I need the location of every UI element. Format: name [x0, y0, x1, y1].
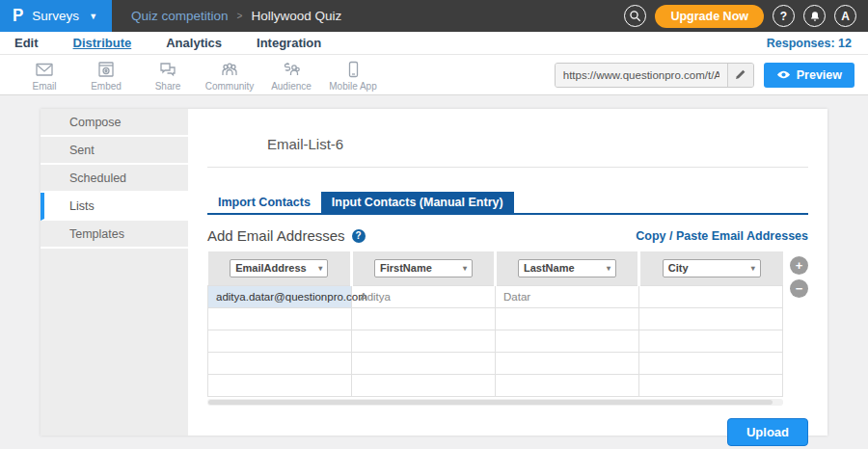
cell-email[interactable]: aditya.datar@questionpro.com	[208, 285, 352, 307]
distribute-toolbar: Email Embed Share Community Audience	[0, 55, 868, 95]
column-select-city[interactable]: City ▾	[663, 259, 761, 277]
sidebar-item-compose[interactable]: Compose	[41, 109, 188, 137]
nav-item-edit[interactable]: Edit	[14, 36, 39, 50]
community-icon	[219, 59, 240, 80]
contact-row	[208, 330, 783, 352]
survey-url-input[interactable]	[556, 64, 727, 87]
upload-row: Upload	[207, 418, 808, 446]
upgrade-now-button[interactable]: Upgrade Now	[655, 5, 764, 28]
cell-firstname[interactable]	[352, 374, 496, 396]
toolbar-item-audience[interactable]: Audience	[260, 59, 322, 92]
survey-nav: Edit Distribute Analytics Integration Re…	[0, 32, 868, 55]
sidebar-item-scheduled[interactable]: Scheduled	[41, 165, 188, 193]
breadcrumb-separator-icon: >	[237, 11, 243, 21]
copy-paste-emails-link[interactable]: Copy / Paste Email Addresses	[636, 229, 808, 243]
embed-icon	[95, 59, 117, 80]
cell-lastname[interactable]: Datar	[496, 285, 639, 307]
email-icon	[34, 59, 55, 80]
contact-row	[208, 352, 783, 374]
breadcrumb: Quiz competition > Hollywood Quiz	[112, 0, 624, 32]
header-actions: Upgrade Now ? A	[624, 0, 868, 32]
column-select-lastname[interactable]: LastName ▾	[518, 259, 616, 277]
responses-count: Responses: 12	[767, 37, 852, 50]
upload-button[interactable]: Upload	[727, 418, 808, 446]
preview-button-label: Preview	[797, 68, 842, 82]
cell-email[interactable]	[208, 330, 352, 352]
title-divider	[207, 167, 808, 168]
toolbar-item-label: Share	[155, 81, 181, 92]
nav-item-integration[interactable]: Integration	[257, 36, 321, 50]
tab-import-contacts[interactable]: Import Contacts	[207, 192, 321, 213]
cell-city[interactable]	[639, 307, 783, 330]
surveys-menu-label: Surveys	[32, 9, 79, 23]
cell-email[interactable]	[208, 374, 352, 396]
help-button[interactable]: ?	[773, 5, 795, 27]
column-select-firstname[interactable]: FirstName ▾	[374, 259, 473, 277]
toolbar-item-label: Community	[205, 81, 255, 92]
column-select-email[interactable]: EmailAddress ▾	[230, 259, 328, 277]
cell-firstname[interactable]	[352, 330, 496, 352]
add-row-button[interactable]: +	[790, 256, 808, 275]
contact-row: aditya.datar@questionpro.com Aditya Data…	[208, 285, 783, 307]
audience-icon	[281, 59, 302, 80]
cell-lastname[interactable]	[496, 330, 639, 352]
column-select-label: FirstName	[380, 262, 432, 274]
cell-email[interactable]	[208, 352, 352, 374]
toolbar-item-community[interactable]: Community	[199, 59, 260, 92]
scrollbar-thumb[interactable]	[208, 400, 773, 405]
help-icon[interactable]: ?	[352, 229, 366, 243]
column-select-label: LastName	[524, 262, 575, 274]
tab-input-contacts-manual[interactable]: Input Contacts (Manual Entry)	[321, 192, 514, 213]
sidebar-item-sent[interactable]: Sent	[41, 137, 188, 165]
cell-city[interactable]	[639, 352, 783, 374]
questionpro-logo-icon: P	[13, 6, 23, 26]
chevron-down-icon: ▾	[318, 264, 322, 273]
horizontal-scrollbar[interactable]	[207, 399, 783, 406]
breadcrumb-parent[interactable]: Quiz competition	[131, 9, 229, 23]
column-select-label: EmailAddress	[235, 262, 306, 274]
cell-firstname[interactable]	[352, 352, 496, 374]
surveys-menu[interactable]: P Surveys ▼	[0, 0, 112, 32]
pencil-icon	[734, 68, 746, 81]
email-sidebar: Compose Sent Scheduled Lists Templates	[41, 109, 188, 436]
chevron-down-icon: ▾	[607, 264, 610, 273]
notifications-button[interactable]	[803, 5, 826, 27]
cell-email[interactable]	[208, 307, 352, 330]
toolbar-item-label: Mobile App	[329, 81, 376, 92]
toolbar-item-email[interactable]: Email	[14, 59, 75, 92]
cell-lastname[interactable]	[496, 374, 639, 396]
mobile-app-icon	[342, 59, 364, 80]
edit-url-button[interactable]	[727, 64, 753, 87]
remove-row-button[interactable]: −	[790, 279, 808, 298]
column-select-label: City	[668, 262, 689, 274]
page-content: Compose Sent Scheduled Lists Templates E…	[0, 95, 868, 436]
toolbar-item-mobile-app[interactable]: Mobile App	[322, 59, 384, 92]
toolbar-item-embed[interactable]: Embed	[75, 59, 137, 92]
toolbar-item-label: Email	[32, 81, 56, 92]
sidebar-item-templates[interactable]: Templates	[41, 221, 188, 249]
cell-city[interactable]	[639, 374, 783, 396]
nav-item-distribute[interactable]: Distribute	[73, 36, 132, 50]
list-title: Email-List-6	[267, 136, 808, 152]
top-header-bar: P Surveys ▼ Quiz competition > Hollywood…	[0, 0, 868, 32]
chevron-down-icon: ▾	[751, 264, 755, 273]
preview-button[interactable]: Preview	[764, 63, 854, 88]
cell-city[interactable]	[639, 330, 783, 352]
search-icon	[629, 10, 641, 22]
search-button[interactable]	[624, 5, 646, 27]
avatar[interactable]: A	[834, 5, 856, 27]
nav-item-analytics[interactable]: Analytics	[166, 36, 222, 50]
toolbar-item-share[interactable]: Share	[137, 59, 199, 92]
toolbar-right-group: Preview	[555, 63, 854, 88]
cell-firstname[interactable]	[352, 307, 496, 330]
row-controls: + −	[790, 256, 808, 298]
cell-city[interactable]	[639, 285, 783, 307]
cell-firstname[interactable]: Aditya	[352, 285, 496, 307]
cell-lastname[interactable]	[496, 307, 639, 330]
contacts-table-wrap: EmailAddress ▾ FirstName ▾ LastName ▾ Ci…	[207, 251, 808, 397]
share-icon	[157, 59, 178, 80]
contacts-table: EmailAddress ▾ FirstName ▾ LastName ▾ Ci…	[207, 251, 783, 397]
sidebar-item-lists[interactable]: Lists	[41, 193, 188, 221]
cell-lastname[interactable]	[496, 352, 639, 374]
contact-row	[208, 374, 783, 396]
